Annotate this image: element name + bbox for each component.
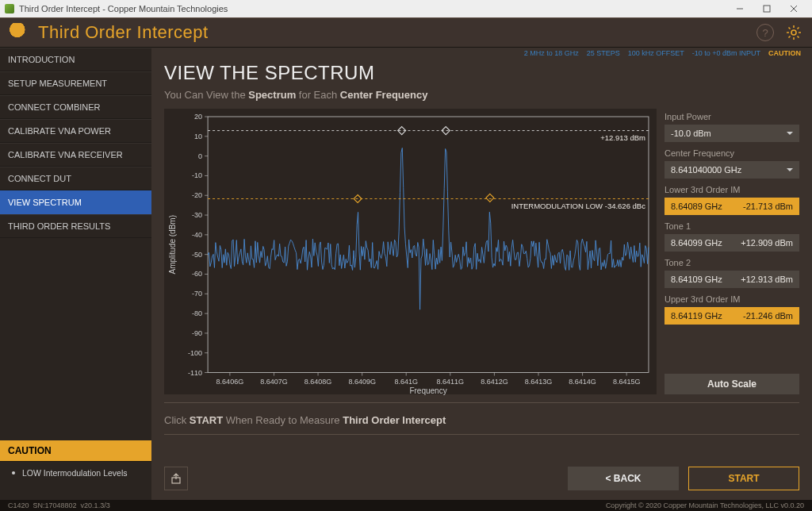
instruction-text: Click START When Ready to Measure Third … bbox=[151, 403, 812, 426]
svg-text:0: 0 bbox=[198, 152, 202, 160]
summary-offset: 100 kHz OFFSET bbox=[628, 49, 684, 59]
upper-im-readout: 8.64119 GHz-21.246 dBm bbox=[665, 307, 799, 325]
svg-text:10: 10 bbox=[194, 133, 202, 140]
lower-im-readout: 8.64089 GHz-21.713 dBm bbox=[665, 198, 799, 215]
svg-text:8.6409G: 8.6409G bbox=[348, 378, 376, 386]
svg-text:INTERMODULATION LOW -34.626 dB: INTERMODULATION LOW -34.626 dBc bbox=[511, 202, 646, 210]
divider bbox=[164, 434, 799, 435]
tone2-label: Tone 2 bbox=[665, 258, 799, 267]
footer-instrument: C1420 bbox=[8, 501, 29, 509]
svg-text:-30: -30 bbox=[192, 211, 202, 219]
input-power-select[interactable]: -10.0 dBm bbox=[665, 125, 799, 142]
svg-text:20: 20 bbox=[194, 113, 202, 121]
svg-text:8.6411G: 8.6411G bbox=[437, 378, 465, 386]
svg-text:-10: -10 bbox=[192, 171, 202, 179]
caution-banner-title: CAUTION bbox=[0, 440, 151, 462]
sidebar-item-calibrate-vna-receiver[interactable]: CALIBRATE VNA RECEIVER bbox=[0, 143, 151, 167]
center-freq-label: Center Frequency bbox=[665, 148, 799, 158]
svg-text:-40: -40 bbox=[192, 231, 202, 239]
page-title: VIEW THE SPECTRUM bbox=[151, 59, 812, 89]
summary-steps: 25 STEPS bbox=[587, 49, 620, 59]
svg-text:Frequency: Frequency bbox=[409, 386, 446, 395]
sidebar-item-view-spectrum[interactable]: VIEW SPECTRUM bbox=[0, 190, 151, 214]
upper-im-label: Upper 3rd Order IM bbox=[665, 294, 799, 304]
center-freq-select[interactable]: 8.641040000 GHz bbox=[665, 161, 799, 179]
svg-text:8.6414G: 8.6414G bbox=[569, 378, 596, 386]
svg-text:8.6406G: 8.6406G bbox=[216, 378, 244, 386]
app-title: Third Order Intercept bbox=[38, 22, 209, 43]
summary-freq-range: 2 MHz to 18 GHz bbox=[524, 49, 579, 59]
status-footer: C1420 SN:17048802 v20.1.3/3 Copyright © … bbox=[0, 500, 812, 511]
svg-text:8.6413G: 8.6413G bbox=[525, 378, 553, 386]
window-titlebar: Third Order Intercept - Copper Mountain … bbox=[0, 0, 812, 17]
svg-text:Amplitude (dBm): Amplitude (dBm) bbox=[168, 215, 177, 274]
svg-text:-80: -80 bbox=[192, 309, 202, 317]
summary-caution: CAUTION bbox=[768, 49, 801, 59]
svg-text:-20: -20 bbox=[192, 191, 202, 199]
tone1-readout: 8.64099 GHz+12.909 dBm bbox=[665, 234, 799, 252]
sidebar-item-introduction[interactable]: INTRODUCTION bbox=[0, 48, 151, 71]
footer-version: v20.1.3/3 bbox=[81, 501, 110, 509]
svg-text:-110: -110 bbox=[188, 369, 202, 377]
page-subtitle: You Can View the Spectrum for Each Cente… bbox=[151, 89, 812, 109]
svg-text:-60: -60 bbox=[192, 270, 202, 278]
window-close-button[interactable] bbox=[780, 1, 807, 17]
share-icon[interactable] bbox=[164, 467, 188, 490]
svg-rect-1 bbox=[764, 6, 770, 12]
svg-text:8.641G: 8.641G bbox=[394, 378, 418, 386]
tone2-readout: 8.64109 GHz+12.913 dBm bbox=[665, 271, 799, 288]
svg-point-4 bbox=[791, 30, 796, 35]
svg-marker-63 bbox=[486, 194, 494, 202]
spectrum-plot-svg: 20100-10-20-30-40-50-60-70-80-90-100-110… bbox=[164, 109, 657, 395]
window-minimize-button[interactable] bbox=[726, 1, 753, 17]
parameter-summary: 2 MHz to 18 GHz 25 STEPS 100 kHz OFFSET … bbox=[151, 48, 812, 59]
svg-text:-50: -50 bbox=[192, 251, 202, 259]
svg-text:8.6407G: 8.6407G bbox=[260, 378, 288, 386]
sidebar-item-calibrate-vna-power[interactable]: CALIBRATE VNA POWER bbox=[0, 119, 151, 143]
caution-banner-body: LOW Intermodulation Levels bbox=[0, 462, 151, 500]
svg-text:+12.913 dBm: +12.913 dBm bbox=[600, 133, 645, 142]
svg-text:-90: -90 bbox=[192, 329, 202, 337]
spectrum-plot: 20100-10-20-30-40-50-60-70-80-90-100-110… bbox=[164, 109, 657, 394]
brand-logo-icon bbox=[10, 23, 32, 42]
window-maximize-button[interactable] bbox=[753, 1, 780, 17]
tone1-label: Tone 1 bbox=[665, 221, 799, 231]
lower-im-label: Lower 3rd Order IM bbox=[665, 185, 799, 194]
app-file-icon bbox=[5, 4, 14, 13]
step-sidebar: INTRODUCTION SETUP MEASUREMENT CONNECT C… bbox=[0, 48, 151, 500]
start-button[interactable]: START bbox=[688, 467, 799, 490]
svg-text:-100: -100 bbox=[188, 349, 202, 357]
main-panel: 2 MHz to 18 GHz 25 STEPS 100 kHz OFFSET … bbox=[151, 48, 812, 500]
window-title: Third Order Intercept - Copper Mountain … bbox=[19, 4, 228, 13]
auto-scale-button[interactable]: Auto Scale bbox=[665, 374, 799, 394]
summary-input: -10 to +0 dBm INPUT bbox=[692, 49, 760, 59]
sidebar-item-third-order-results[interactable]: THIRD ORDER RESULTS bbox=[0, 214, 151, 238]
sidebar-item-connect-dut[interactable]: CONNECT DUT bbox=[0, 167, 151, 190]
sidebar-item-connect-combiner[interactable]: CONNECT COMBINER bbox=[0, 95, 151, 119]
back-button[interactable]: < BACK bbox=[568, 467, 679, 490]
settings-gear-icon[interactable] bbox=[785, 24, 802, 41]
svg-text:8.6412G: 8.6412G bbox=[481, 378, 508, 386]
help-icon[interactable]: ? bbox=[756, 24, 774, 41]
marker-control-panel: Input Power -10.0 dBm Center Frequency 8… bbox=[665, 109, 799, 394]
svg-text:8.6415G: 8.6415G bbox=[613, 378, 641, 386]
svg-text:8.6408G: 8.6408G bbox=[304, 378, 332, 386]
input-power-label: Input Power bbox=[665, 112, 799, 121]
svg-text:-70: -70 bbox=[192, 290, 202, 298]
footer-copyright: Copyright © 2020 Copper Mountain Technol… bbox=[606, 501, 804, 509]
sidebar-item-setup-measurement[interactable]: SETUP MEASUREMENT bbox=[0, 71, 151, 95]
footer-serial: SN:17048802 bbox=[33, 501, 77, 509]
app-header: Third Order Intercept ? bbox=[0, 17, 812, 48]
